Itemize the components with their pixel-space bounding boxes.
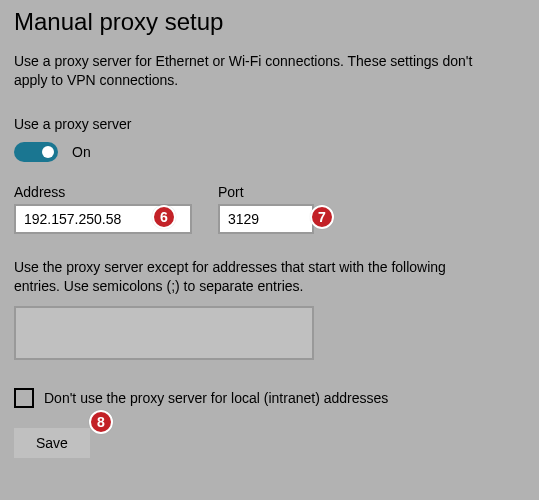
exceptions-input[interactable] xyxy=(14,306,314,360)
bypass-local-checkbox[interactable] xyxy=(14,388,34,408)
use-proxy-toggle[interactable] xyxy=(14,142,58,162)
annotation-marker-8: 8 xyxy=(89,410,113,434)
save-button[interactable]: Save xyxy=(14,428,90,458)
port-label: Port xyxy=(218,184,314,200)
address-input[interactable] xyxy=(14,204,192,234)
page-title: Manual proxy setup xyxy=(14,8,525,36)
toggle-state-label: On xyxy=(72,144,91,160)
use-proxy-label: Use a proxy server xyxy=(14,116,525,132)
port-input[interactable] xyxy=(218,204,314,234)
page-description: Use a proxy server for Ethernet or Wi-Fi… xyxy=(14,52,494,90)
address-label: Address xyxy=(14,184,192,200)
bypass-local-label: Don't use the proxy server for local (in… xyxy=(44,390,388,406)
exceptions-label: Use the proxy server except for addresse… xyxy=(14,258,474,296)
